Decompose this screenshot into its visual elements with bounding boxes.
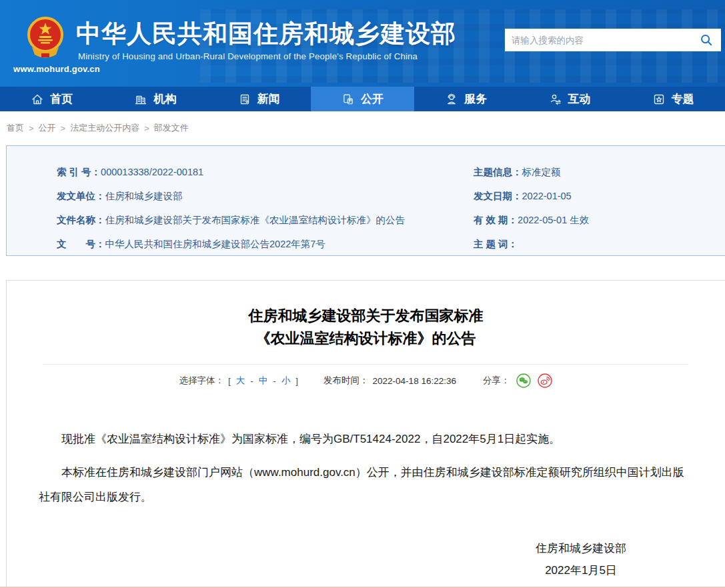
nav-item-disclosure[interactable]: 公开 — [311, 87, 414, 111]
article-paragraph: 现批准《农业温室结构设计标准》为国家标准，编号为GB/T51424-2022，自… — [39, 427, 693, 451]
national-emblem-logo[interactable] — [25, 15, 65, 61]
font-selector-label: 选择字体： — [179, 375, 225, 387]
meta-row-issuing-unit: 发文单位：住房和城乡建设部 — [57, 184, 474, 208]
metadata-left-column: 索 引 号：000013338/2022-00181 发文单位：住房和城乡建设部… — [57, 160, 474, 255]
breadcrumb-separator: > — [61, 123, 66, 133]
nav-item-home[interactable]: 首页 — [0, 87, 103, 111]
meta-row-effective-date: 有 效 期：2022-05-01 生效 — [474, 208, 725, 232]
article-title-line1: 住房和城乡建设部关于发布国家标准 — [7, 305, 725, 327]
site-name[interactable]: 中华人民共和国住房和城乡建设部 — [76, 17, 456, 51]
nav-label: 新闻 — [257, 91, 280, 107]
meta-value: 2022-01-05 — [522, 191, 572, 201]
weibo-share-icon[interactable] — [538, 373, 552, 388]
meta-label: 主 题 词： — [474, 239, 518, 249]
font-size-large-link[interactable]: 大 — [236, 375, 245, 387]
share-label: 分享： — [483, 375, 510, 387]
wechat-share-icon[interactable] — [516, 373, 531, 388]
search-box — [505, 29, 721, 51]
search-button[interactable] — [698, 32, 714, 48]
nav-label: 机构 — [153, 91, 176, 107]
site-url: www.mohurd.gov.cn — [13, 64, 100, 74]
meta-row-document-name: 文件名称：住房和城乡建设部关于发布国家标准《农业温室结构设计标准》的公告 — [57, 208, 474, 232]
meta-label: 索 引 号： — [57, 167, 101, 177]
signature-date: 2022年1月5日 — [536, 559, 626, 581]
meta-label: 主题信息： — [474, 167, 522, 177]
nav-label: 服务 — [464, 91, 487, 107]
organization-icon — [134, 93, 147, 106]
meta-row-document-number: 文 号：中华人民共和国住房和城乡建设部公告2022年第7号 — [57, 232, 474, 256]
breadcrumb: 首页 > 公开 > 法定主动公开内容 > 部发文件 — [7, 122, 189, 134]
nav-item-service[interactable]: 服务 — [414, 87, 518, 111]
service-icon — [445, 93, 458, 106]
nav-label: 专题 — [672, 91, 694, 107]
search-icon — [700, 33, 713, 47]
meta-value: 标准定额 — [522, 167, 561, 177]
topics-icon — [652, 93, 666, 106]
breadcrumb-disclosure[interactable]: 公开 — [39, 122, 56, 134]
home-icon — [31, 93, 44, 106]
site-header: www.mohurd.gov.cn 中华人民共和国住房和城乡建设部 Minist… — [0, 0, 725, 87]
nav-label: 首页 — [50, 91, 73, 107]
breadcrumb-statutory-content[interactable]: 法定主动公开内容 — [70, 122, 139, 134]
nav-item-interaction[interactable]: 互动 — [518, 87, 621, 111]
breadcrumb-separator: > — [144, 123, 149, 133]
meta-value: 2022-05-01 生效 — [518, 215, 589, 225]
font-size-medium-link[interactable]: 中 — [259, 375, 268, 387]
site-name-english: Ministry of Housing and Urban-Rural Deve… — [78, 51, 418, 61]
meta-label: 文件名称： — [57, 215, 105, 225]
meta-value: 住房和城乡建设部关于发布国家标准《农业温室结构设计标准》的公告 — [105, 215, 406, 225]
interaction-icon — [549, 93, 562, 106]
nav-item-organization[interactable]: 机构 — [103, 87, 207, 111]
meta-label: 发文日期： — [474, 191, 522, 201]
news-icon — [238, 93, 251, 106]
meta-row-issue-date: 发文日期：2022-01-05 — [474, 184, 725, 208]
meta-label: 文 号： — [57, 239, 105, 249]
nav-item-topics[interactable]: 专题 — [622, 87, 725, 111]
main-navigation: 首页 机构 新闻 公开 — [0, 87, 725, 111]
publish-time-label: 发布时间： — [323, 375, 369, 387]
nav-item-news[interactable]: 新闻 — [207, 87, 311, 111]
font-selector-bracket: ] — [295, 376, 298, 386]
article-body: 现批准《农业温室结构设计标准》为国家标准，编号为GB/T51424-2022，自… — [39, 427, 693, 509]
meta-value: 住房和城乡建设部 — [105, 191, 183, 201]
disclosure-icon — [341, 93, 355, 106]
article-title-line2: 《农业温室结构设计标准》的公告 — [7, 327, 725, 350]
article-paragraph: 本标准在住房和城乡建设部门户网站（www.mohurd.gov.cn）公开，并由… — [39, 460, 693, 509]
font-selector-dash: - — [250, 376, 253, 386]
page: www.mohurd.gov.cn 中华人民共和国住房和城乡建设部 Minist… — [0, 0, 725, 588]
signature-block: 住房和城乡建设部 2022年1月5日 — [7, 537, 725, 581]
font-size-small-link[interactable]: 小 — [281, 375, 291, 387]
signature-organization: 住房和城乡建设部 — [536, 537, 626, 559]
meta-label: 有 效 期： — [474, 215, 518, 225]
metadata-right-column: 主题信息：标准定额 发文日期：2022-01-05 有 效 期：2022-05-… — [474, 160, 725, 255]
meta-row-index-number: 索 引 号：000013338/2022-00181 — [57, 160, 474, 184]
search-input[interactable] — [512, 35, 698, 45]
meta-row-topic-info: 主题信息：标准定额 — [474, 160, 725, 184]
font-selector-bracket: [ — [228, 376, 231, 386]
nav-label: 公开 — [361, 91, 384, 107]
article-meta-bar: 选择字体：[大-中-小] 发布时间：2022-04-18 16:22:36 分享… — [7, 373, 725, 388]
meta-label: 发文单位： — [57, 191, 105, 201]
meta-value: 中华人民共和国住房和城乡建设部公告2022年第7号 — [105, 239, 325, 249]
publish-time-value: 2022-04-18 16:22:36 — [373, 376, 456, 386]
breadcrumb-ministry-documents[interactable]: 部发文件 — [154, 122, 189, 134]
article-panel: 住房和城乡建设部关于发布国家标准 《农业温室结构设计标准》的公告 选择字体：[大… — [6, 280, 725, 588]
article-title: 住房和城乡建设部关于发布国家标准 《农业温室结构设计标准》的公告 — [7, 305, 725, 350]
meta-value: 000013338/2022-00181 — [101, 167, 203, 177]
nav-label: 互动 — [568, 91, 591, 107]
meta-row-keywords: 主 题 词： — [474, 232, 725, 256]
breadcrumb-home[interactable]: 首页 — [7, 122, 24, 134]
breadcrumb-separator: > — [29, 123, 34, 133]
font-selector-dash: - — [273, 376, 276, 386]
document-metadata-box: 索 引 号：000013338/2022-00181 发文单位：住房和城乡建设部… — [6, 145, 725, 256]
title-divider — [43, 364, 688, 365]
